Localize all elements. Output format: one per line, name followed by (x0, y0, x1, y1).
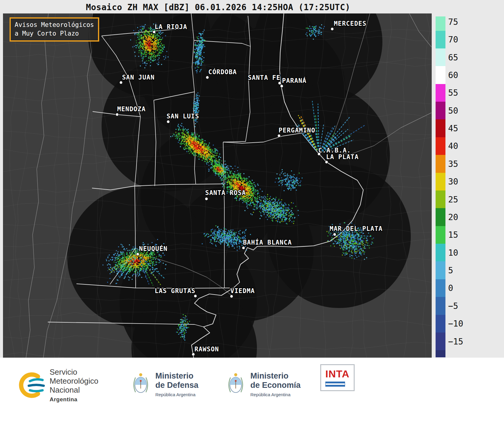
colorbar-tick-label: 0 (448, 283, 453, 293)
warning-line-1: Avisos Meteorológicos (15, 21, 94, 29)
colorbar-tick-label: 5 (448, 266, 453, 275)
colorbar-tick-label: 10 (448, 248, 458, 257)
city-label: RAWSON (194, 346, 219, 353)
footer: Servicio Meteorológico Nacional Argentin… (0, 358, 504, 430)
colorbar-segment (436, 119, 445, 137)
colorbar-segment (436, 350, 445, 357)
colorbar-tick-label: 55 (448, 88, 458, 98)
city-dot (333, 233, 336, 236)
defensa-coat-of-arms (131, 372, 150, 397)
colorbar-segment (436, 208, 445, 226)
colorbar-segment (436, 48, 445, 66)
city-dot (153, 31, 156, 33)
border-chile-argentina (43, 13, 93, 358)
warning-line-2: a Muy Corto Plazo (15, 29, 94, 38)
radar-map: LA RIOJAMERCEDESSAN JUANCÓRDOBASANTA FEP… (3, 13, 432, 358)
colorbar-segment (436, 261, 445, 279)
colorbar-tick-label: −15 (448, 336, 463, 346)
economia-sub: República Argentina (250, 392, 301, 397)
colorbar-tick-label: 40 (448, 141, 458, 151)
city-label: LA PLATA (326, 153, 359, 161)
city-dot (192, 353, 195, 356)
colorbar-segment (436, 102, 445, 119)
city-label: MERCEDES (334, 20, 366, 27)
economia-coat-of-arms (226, 372, 245, 397)
city-dot (278, 82, 281, 85)
inta-stripes (325, 382, 345, 387)
colorbar-segment (436, 155, 445, 173)
defensa-sub: República Argentina (155, 392, 198, 397)
city-label: PERGAMINO (279, 127, 315, 134)
colorbar-segment (436, 244, 445, 261)
colorbar-segment (436, 16, 445, 31)
smn-name-line2: Meteorológico (50, 377, 98, 386)
city-dot (120, 81, 122, 84)
city-dot (116, 113, 119, 116)
city-label: SAN JUAN (122, 74, 154, 81)
city-label: SANTA ROSA (205, 189, 246, 196)
colorbar-segment (436, 315, 445, 333)
city-dot (194, 295, 197, 298)
colorbar-ticks: 757065605550454035302520151050−5−10−15 (448, 16, 475, 357)
warning-box[interactable]: Avisos Meteorológicos a Muy Corto Plazo (10, 17, 99, 42)
city-label: MAR DEL PLATA (330, 225, 382, 232)
economia-line1: Ministerio (250, 371, 301, 381)
city-dot (242, 246, 245, 249)
city-dot (331, 28, 334, 31)
map-canvas: LA RIOJAMERCEDESSAN JUANCÓRDOBASANTA FEP… (3, 13, 432, 358)
inta-logo: INTA (320, 364, 355, 391)
colorbar-segment (436, 66, 445, 84)
radar-figure: Mosaico ZH MAX [dBZ] 06.01.2026 14:25HOA… (0, 0, 504, 430)
inta-block: INTA (320, 364, 355, 391)
inta-label: INTA (325, 368, 350, 380)
figure-title: Mosaico ZH MAX [dBZ] 06.01.2026 14:25HOA… (0, 2, 436, 12)
city-dot (280, 85, 283, 88)
defensa-line2: de Defensa (155, 381, 198, 390)
colorbar-tick-label: −10 (448, 319, 463, 329)
colorbar-tick-label: −5 (448, 301, 458, 311)
colorbar-tick-label: 35 (448, 159, 458, 169)
colorbar-segment (436, 297, 445, 315)
city-dot (167, 120, 170, 123)
city-dot (205, 197, 208, 200)
smn-block: Servicio Meteorológico Nacional Argentin… (17, 368, 98, 403)
colorbar-gradient (436, 16, 445, 357)
city-dot (230, 295, 233, 298)
defensa-block: Ministerio de Defensa República Argentin… (131, 371, 198, 397)
defensa-line1: Ministerio (155, 371, 198, 381)
colorbar-segment (436, 333, 445, 350)
colorbar-tick-label: 70 (448, 35, 458, 45)
smn-country: Argentina (50, 396, 98, 403)
colorbar-tick-label: 15 (448, 230, 458, 240)
colorbar-tick-label: 65 (448, 52, 458, 62)
colorbar-tick-label: 75 (448, 17, 458, 27)
city-dot (136, 253, 139, 256)
colorbar-segment (436, 31, 445, 48)
city-dot (325, 161, 328, 164)
city-dot (278, 134, 281, 137)
colorbar-segment (436, 190, 445, 208)
city-label: MENDOZA (117, 106, 146, 113)
city-label: CÓRDOBA (208, 68, 237, 76)
economia-line2: de Economía (250, 381, 301, 390)
city-dot (206, 76, 209, 79)
colorbar-segment (436, 173, 445, 190)
colorbar-segment (436, 279, 445, 297)
smn-logo (17, 371, 45, 399)
colorbar-segment (436, 84, 445, 102)
colorbar-segment (436, 137, 445, 155)
colorbar-tick-label: 20 (448, 212, 458, 222)
city-label: LAS GRUTAS (155, 287, 195, 295)
city-label: NEUQUÉN (139, 245, 168, 252)
colorbar-tick-label: 45 (448, 123, 458, 133)
colorbar-tick-label: 60 (448, 70, 458, 80)
colorbar-tick-label: 25 (448, 194, 458, 204)
colorbar-tick-label: 50 (448, 106, 458, 115)
smn-name-line1: Servicio (50, 368, 98, 377)
colorbar-segment (436, 226, 445, 244)
city-label: VIEDMA (230, 287, 255, 295)
city-label: SANTA FE (248, 74, 280, 81)
city-label: SAN LUIS (166, 113, 199, 120)
city-label: BAHÍA BLANCA (243, 239, 292, 246)
city-label: C.A.B.A. (318, 147, 351, 154)
